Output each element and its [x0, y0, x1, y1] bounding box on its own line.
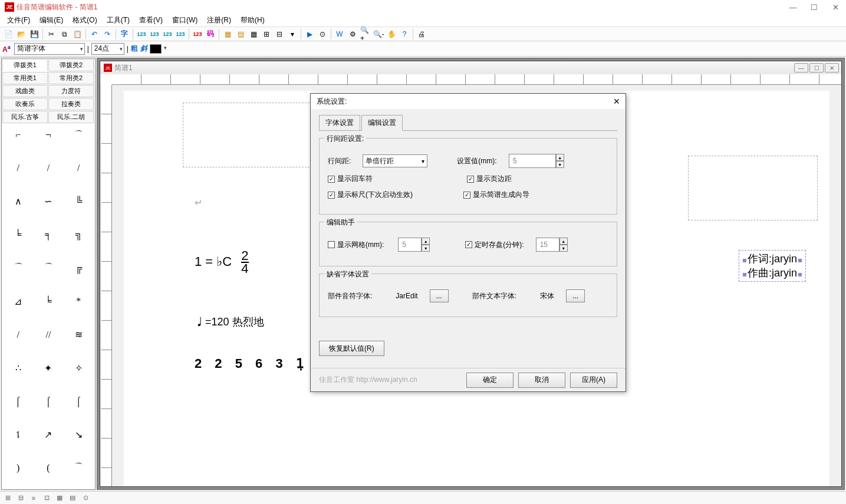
dialog-close-button[interactable]: ✕: [611, 96, 622, 107]
dialog-titlebar[interactable]: 系统设置: ✕: [311, 94, 626, 109]
doc-maximize-button[interactable]: ☐: [809, 63, 824, 73]
num123-red-button[interactable]: 123: [192, 28, 203, 40]
tool-f-icon[interactable]: ▾: [287, 28, 298, 40]
num123-1-button[interactable]: 123: [136, 28, 147, 40]
new-icon[interactable]: 📄: [2, 28, 14, 40]
bold-button[interactable]: 粗: [131, 44, 138, 54]
hand-icon[interactable]: ✋: [386, 28, 397, 40]
symbol-item[interactable]: ≋: [65, 328, 93, 342]
spin-up-icon[interactable]: ▲: [556, 154, 564, 161]
symbol-item[interactable]: ✦: [34, 361, 62, 375]
symbol-item[interactable]: ╘: [34, 294, 62, 308]
show-ruler-checkbox[interactable]: ✓显示标尺(下次启动生效): [328, 190, 413, 200]
copy-icon[interactable]: ⧉: [58, 28, 70, 40]
bt-7-icon[interactable]: ⊙: [80, 493, 91, 503]
num123-4-button[interactable]: 123: [175, 28, 186, 40]
apply-button[interactable]: 应用(A): [570, 373, 617, 388]
symbol-item[interactable]: ∧: [4, 195, 32, 209]
bt-5-icon[interactable]: ▦: [54, 493, 65, 503]
doc-minimize-button[interactable]: —: [794, 63, 808, 73]
menu-tools[interactable]: 工具(T): [102, 14, 134, 27]
undo-icon[interactable]: ↶: [88, 28, 100, 40]
tab-pluck1[interactable]: 弹拨类1: [2, 59, 48, 71]
spin-down-icon[interactable]: ▼: [556, 161, 564, 168]
zoom-in-icon[interactable]: 🔍+: [360, 28, 371, 40]
show-cr-checkbox[interactable]: ✓显示回车符: [328, 174, 373, 184]
symbol-item[interactable]: //: [34, 328, 62, 342]
subtitle-placeholder-box[interactable]: [688, 156, 818, 220]
show-grid-checkbox[interactable]: 显示网格(mm):: [328, 240, 384, 250]
symbol-item[interactable]: ⌒: [4, 261, 32, 275]
tool-d-icon[interactable]: ⊞: [261, 28, 272, 40]
help-icon[interactable]: ?: [399, 28, 410, 40]
symbol-item[interactable]: ¬: [34, 128, 62, 142]
code-mode-button[interactable]: 码: [205, 28, 216, 40]
key-signature[interactable]: 1 = ♭C 2 4: [195, 250, 249, 275]
symbol-item[interactable]: ⌠: [65, 394, 93, 409]
symbol-item[interactable]: ╚: [65, 195, 93, 209]
tool-c-icon[interactable]: ▦: [248, 28, 259, 40]
menu-help[interactable]: 帮助(H): [236, 14, 269, 27]
bt-6-icon[interactable]: ▤: [67, 493, 78, 503]
cut-icon[interactable]: ✂: [45, 28, 57, 40]
play-icon[interactable]: ▶: [304, 28, 315, 40]
record-icon[interactable]: ⊙: [317, 28, 328, 40]
tool-a-icon[interactable]: ▦: [222, 28, 233, 40]
print-icon[interactable]: 🖨: [416, 28, 427, 40]
font-color-button[interactable]: [150, 44, 162, 54]
bt-2-icon[interactable]: ⊟: [15, 493, 26, 503]
symbol-item[interactable]: ╕: [34, 228, 62, 242]
num123-3-button[interactable]: 123: [162, 28, 173, 40]
menu-file[interactable]: 文件(F): [2, 14, 35, 27]
symbol-item[interactable]: ╗: [65, 228, 93, 242]
tab-pluck2[interactable]: 弹拨类2: [48, 59, 94, 71]
symbol-item[interactable]: ): [4, 461, 32, 475]
restore-defaults-button[interactable]: 恢复默认值(R): [319, 341, 384, 356]
symbol-item[interactable]: ↗: [34, 427, 62, 442]
font-name-combo[interactable]: 简谱字体▾: [14, 43, 85, 55]
bt-4-icon[interactable]: ⊡: [41, 493, 52, 503]
symbol-item[interactable]: ∴: [4, 361, 32, 375]
tab-font-settings[interactable]: 字体设置: [319, 115, 360, 131]
menu-format[interactable]: 格式(O): [68, 14, 101, 27]
cancel-button[interactable]: 取消: [518, 373, 565, 388]
bt-1-icon[interactable]: ⊞: [2, 493, 13, 503]
symbol-item[interactable]: ⌠: [34, 394, 62, 409]
maximize-button[interactable]: ☐: [804, 0, 825, 14]
minimize-button[interactable]: —: [782, 0, 804, 14]
symbol-item[interactable]: ↘: [65, 427, 93, 442]
symbol-item[interactable]: ⌐: [4, 128, 32, 142]
tab-dynamics[interactable]: 力度符: [48, 85, 94, 97]
close-button[interactable]: ✕: [825, 0, 846, 14]
tab-erhu[interactable]: 民乐.二胡: [48, 111, 94, 123]
symbol-item[interactable]: /: [34, 161, 62, 175]
tab-common2[interactable]: 常用类2: [48, 72, 94, 84]
text-font-browse-button[interactable]: ...: [566, 289, 585, 302]
tab-guzheng[interactable]: 民乐.古筝: [2, 111, 48, 123]
tab-wind[interactable]: 吹奏乐: [2, 98, 48, 110]
title-placeholder-box[interactable]: [183, 103, 312, 167]
symbol-item[interactable]: ∽: [34, 195, 62, 209]
symbol-item[interactable]: ⌠: [4, 394, 32, 409]
symbol-item[interactable]: ⌒: [65, 128, 93, 142]
zoom-out-icon[interactable]: 🔍-: [373, 28, 384, 40]
symbol-item[interactable]: ⥍: [4, 427, 32, 442]
tab-opera[interactable]: 戏曲类: [2, 85, 48, 97]
symbol-item[interactable]: ⊿: [4, 294, 32, 308]
line-spacing-select[interactable]: 单倍行距: [363, 154, 427, 167]
doc-close-button[interactable]: ✕: [825, 63, 839, 73]
tab-bow[interactable]: 拉奏类: [48, 98, 94, 110]
note-font-browse-button[interactable]: ...: [430, 289, 449, 302]
tool-e-icon[interactable]: ⊟: [274, 28, 285, 40]
italic-button[interactable]: 斜: [140, 44, 147, 54]
symbol-item[interactable]: (: [34, 461, 62, 475]
open-icon[interactable]: 📂: [15, 28, 27, 40]
save-icon[interactable]: 💾: [28, 28, 40, 40]
menu-view[interactable]: 查看(V): [134, 14, 167, 27]
symbol-item[interactable]: /: [4, 328, 32, 342]
symbol-item[interactable]: *: [65, 294, 93, 308]
menu-window[interactable]: 窗口(W): [167, 14, 202, 27]
menu-register[interactable]: 注册(R): [202, 14, 236, 27]
symbol-item[interactable]: ⌒: [65, 461, 93, 475]
redo-icon[interactable]: ↷: [101, 28, 113, 40]
